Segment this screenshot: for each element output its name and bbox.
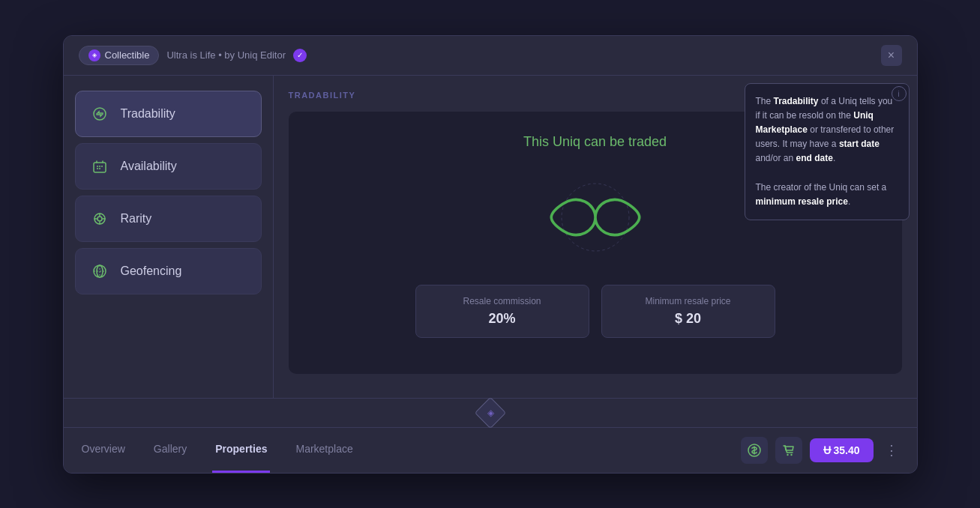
nav-right: Ʉ 35.40 ⋮ — [741, 437, 902, 464]
sidebar-item-geofencing[interactable]: Geofencing — [75, 248, 262, 294]
more-button[interactable]: ⋮ — [881, 440, 902, 461]
info-icon[interactable]: i — [892, 86, 907, 101]
nav-tabs: Overview Gallery Properties Marketplace — [79, 428, 356, 473]
price-button[interactable]: Ʉ 35.40 — [810, 438, 874, 462]
content-area: TRADABILITY i The Tradability of a Uniq … — [274, 76, 917, 398]
header-left: ◈ Collectible Ultra is Life • by Uniq Ed… — [79, 46, 307, 65]
currency-button[interactable] — [741, 437, 768, 464]
rarity-icon — [89, 208, 110, 229]
svg-rect-1 — [94, 163, 106, 172]
svg-point-3 — [99, 166, 100, 167]
svg-point-6 — [99, 168, 100, 169]
tradability-title: This Uniq can be traded — [523, 134, 667, 150]
divider-diamond: ◈ — [474, 396, 505, 428]
geofencing-icon — [89, 261, 110, 282]
divider-row: ◈ — [64, 398, 917, 428]
min-resale-value: $ 20 — [617, 311, 760, 327]
svg-point-2 — [97, 166, 98, 167]
min-resale-price-box: Minimum resale price $ 20 — [601, 285, 775, 338]
svg-point-0 — [94, 108, 106, 120]
resale-commission-box: Resale commission 20% — [415, 285, 589, 338]
sidebar-item-tradability[interactable]: Tradability — [75, 91, 262, 137]
tooltip-box: The Tradability of a Uniq tells you if i… — [745, 83, 910, 221]
svg-point-5 — [97, 168, 98, 169]
tradability-label: Tradability — [121, 107, 175, 121]
sidebar-item-availability[interactable]: Availability — [75, 143, 262, 190]
resale-commission-value: 20% — [431, 311, 574, 327]
svg-point-14 — [790, 453, 792, 455]
tab-overview[interactable]: Overview — [79, 428, 128, 473]
tab-properties[interactable]: Properties — [212, 428, 270, 473]
tradability-icon — [89, 103, 110, 124]
tab-gallery[interactable]: Gallery — [151, 428, 190, 473]
verified-icon: ✓ — [293, 49, 307, 62]
stats-row: Resale commission 20% Minimum resale pri… — [415, 285, 775, 338]
tab-marketplace[interactable]: Marketplace — [292, 428, 355, 473]
svg-point-8 — [97, 217, 102, 221]
infinity-container — [520, 172, 670, 262]
svg-point-13 — [787, 453, 788, 455]
availability-icon — [89, 156, 110, 177]
resale-commission-label: Resale commission — [431, 296, 574, 306]
min-resale-label: Minimum resale price — [617, 296, 760, 306]
title-editor: Uniq Editor — [238, 49, 286, 61]
rarity-label: Rarity — [121, 212, 152, 226]
bottom-nav: Overview Gallery Properties Marketplace — [64, 428, 917, 473]
badge-icon: ◈ — [88, 49, 100, 61]
main-content: Tradability Availability — [64, 76, 917, 398]
header-title: Ultra is Life • by Uniq Editor — [166, 49, 286, 61]
svg-point-4 — [101, 166, 103, 167]
sidebar: Tradability Availability — [64, 76, 274, 398]
sidebar-item-rarity[interactable]: Rarity — [75, 196, 262, 242]
title-by: by — [224, 49, 235, 61]
divider-diamond-inner: ◈ — [487, 408, 493, 418]
tooltip-text: The Tradability of a Uniq tells you if i… — [756, 96, 895, 207]
badge-text: Collectible — [105, 49, 150, 61]
geofencing-label: Geofencing — [121, 264, 182, 278]
app-window: ◈ Collectible Ultra is Life • by Uniq Ed… — [63, 35, 918, 474]
title-text: Ultra is Life — [166, 49, 215, 61]
availability-label: Availability — [121, 160, 177, 173]
close-button[interactable]: × — [881, 45, 902, 66]
collectible-badge: ◈ Collectible — [79, 46, 160, 65]
cart-button[interactable] — [775, 437, 802, 464]
header: ◈ Collectible Ultra is Life • by Uniq Ed… — [64, 36, 917, 76]
